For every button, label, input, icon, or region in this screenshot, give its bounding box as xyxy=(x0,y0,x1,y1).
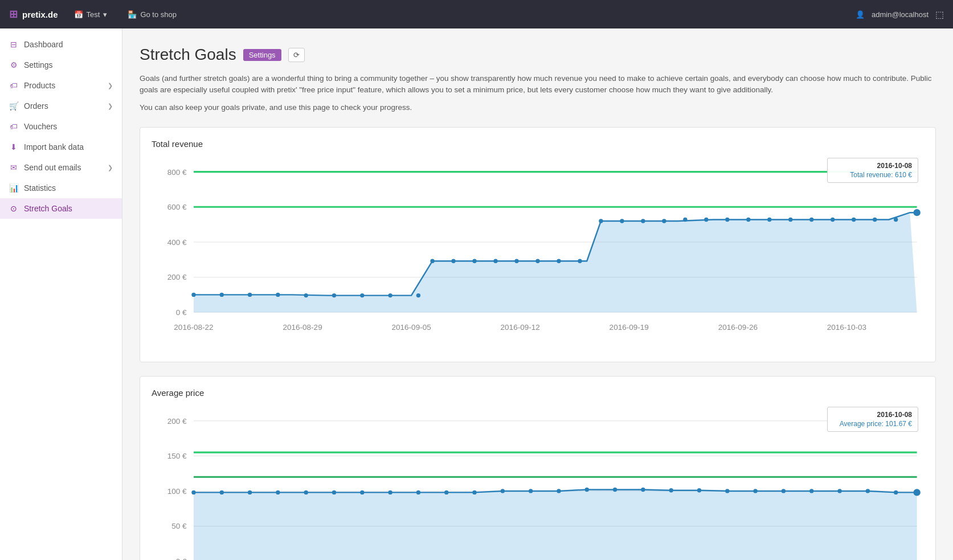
sidebar-item-label: Stretch Goals xyxy=(24,204,72,213)
sidebar-item-statistics[interactable]: 📊 Statistics xyxy=(0,178,122,198)
svg-point-38 xyxy=(767,218,771,222)
svg-point-92 xyxy=(913,489,920,496)
svg-text:2016-09-19: 2016-09-19 xyxy=(610,323,649,332)
chevron-right-icon: ❯ xyxy=(108,82,113,89)
svg-text:2016-10-03: 2016-10-03 xyxy=(827,323,866,332)
chevron-right-icon: ❯ xyxy=(108,164,113,171)
svg-point-70 xyxy=(304,490,308,494)
svg-text:2016-09-26: 2016-09-26 xyxy=(718,323,758,332)
svg-point-76 xyxy=(472,490,476,494)
svg-text:2016-09-12: 2016-09-12 xyxy=(501,323,540,332)
page-title: Stretch Goals xyxy=(140,46,236,64)
vouchers-icon: 🏷 xyxy=(9,122,18,131)
sidebar-item-stretch-goals[interactable]: ⊙ Stretch Goals xyxy=(0,198,122,219)
sidebar-item-settings[interactable]: ⚙ Settings xyxy=(0,55,122,75)
svg-point-83 xyxy=(669,488,673,492)
svg-point-22 xyxy=(430,259,434,263)
tooltip-date2: 2016-10-08 xyxy=(833,411,912,419)
svg-point-45 xyxy=(913,209,920,216)
svg-point-40 xyxy=(809,218,813,222)
svg-point-79 xyxy=(557,489,561,493)
svg-point-16 xyxy=(276,292,280,296)
svg-point-82 xyxy=(641,488,645,492)
svg-point-18 xyxy=(332,293,336,297)
settings-icon: ⚙ xyxy=(9,60,18,70)
calendar-icon: 📅 xyxy=(74,10,83,19)
navbar-brand: ⊞ pretix.de xyxy=(9,8,58,21)
svg-text:100 €: 100 € xyxy=(167,487,187,496)
svg-point-27 xyxy=(535,259,539,263)
svg-point-37 xyxy=(746,218,750,222)
svg-point-78 xyxy=(529,489,533,493)
page-header: Stretch Goals Settings ⟳ xyxy=(140,46,936,64)
description-1: Goals (and further stretch goals) are a … xyxy=(140,73,936,96)
svg-text:2016-09-05: 2016-09-05 xyxy=(391,323,431,332)
svg-point-21 xyxy=(416,293,420,297)
user-label: admin@localhost xyxy=(872,10,929,19)
logout-icon[interactable]: ⬚ xyxy=(935,9,944,20)
svg-point-42 xyxy=(852,218,856,222)
svg-point-39 xyxy=(788,218,792,222)
test-menu[interactable]: 📅 Test ▾ xyxy=(69,10,112,19)
sidebar-item-dashboard[interactable]: ⊟ Dashboard xyxy=(0,34,122,55)
svg-point-36 xyxy=(725,218,729,222)
svg-point-72 xyxy=(360,490,364,494)
svg-point-69 xyxy=(276,490,280,494)
svg-marker-65 xyxy=(194,489,917,560)
svg-point-24 xyxy=(472,259,476,263)
navbar: ⊞ pretix.de 📅 Test ▾ 🏪 Go to shop 👤 admi… xyxy=(0,0,953,28)
svg-point-90 xyxy=(866,489,870,493)
svg-text:50 €: 50 € xyxy=(171,522,187,530)
chart2-title: Average price xyxy=(152,388,924,398)
svg-point-71 xyxy=(332,490,336,494)
svg-text:800 €: 800 € xyxy=(167,167,187,176)
main-content: Stretch Goals Settings ⟳ Goals (and furt… xyxy=(122,28,953,560)
svg-point-73 xyxy=(388,490,392,494)
go-to-shop-button[interactable]: 🏪 Go to shop xyxy=(123,10,181,19)
navbar-right: 👤 admin@localhost ⬚ xyxy=(856,9,944,20)
chevron-down-icon: ▾ xyxy=(103,10,107,19)
shop-icon: 🏪 xyxy=(128,10,137,19)
svg-point-32 xyxy=(641,219,645,223)
chart-total-revenue: Total revenue 2016-10-08 Total revenue: … xyxy=(140,127,936,362)
chart1-title: Total revenue xyxy=(152,139,924,149)
chart2-tooltip: 2016-10-08 Average price: 101.67 € xyxy=(827,407,918,432)
svg-point-23 xyxy=(451,259,455,263)
sidebar-item-label: Statistics xyxy=(24,183,56,193)
svg-point-80 xyxy=(585,488,589,492)
svg-point-88 xyxy=(809,489,813,493)
svg-text:2016-08-22: 2016-08-22 xyxy=(174,323,213,332)
svg-point-81 xyxy=(613,488,617,492)
sidebar-item-products[interactable]: 🏷 Products ❯ xyxy=(0,75,122,96)
svg-point-77 xyxy=(501,489,505,493)
svg-point-91 xyxy=(894,490,898,494)
description-2: You can also keep your goals private, an… xyxy=(140,102,936,113)
svg-text:200 €: 200 € xyxy=(167,416,187,425)
tooltip-date: 2016-10-08 xyxy=(833,162,912,170)
tooltip-value: Total revenue: 610 € xyxy=(833,171,912,179)
sidebar-item-label: Send out emails xyxy=(24,163,81,172)
svg-text:150 €: 150 € xyxy=(167,452,187,460)
sidebar-item-import-bank[interactable]: ⬇ Import bank data xyxy=(0,137,122,157)
sidebar-item-vouchers[interactable]: 🏷 Vouchers xyxy=(0,116,122,137)
layout: ⊟ Dashboard ⚙ Settings 🏷 Products ❯ 🛒 Or… xyxy=(0,28,953,560)
refresh-button[interactable]: ⟳ xyxy=(288,48,305,62)
svg-text:0 €: 0 € xyxy=(176,557,187,560)
navbar-left: ⊞ pretix.de 📅 Test ▾ 🏪 Go to shop xyxy=(9,8,181,21)
sidebar: ⊟ Dashboard ⚙ Settings 🏷 Products ❯ 🛒 Or… xyxy=(0,28,122,560)
svg-point-35 xyxy=(704,218,708,222)
stretch-goals-icon: ⊙ xyxy=(9,204,18,213)
svg-text:400 €: 400 € xyxy=(167,238,187,247)
sidebar-item-orders[interactable]: 🛒 Orders ❯ xyxy=(0,96,122,116)
svg-point-68 xyxy=(248,490,252,494)
svg-point-86 xyxy=(753,489,757,493)
svg-point-19 xyxy=(360,293,364,297)
sidebar-item-send-emails[interactable]: ✉ Send out emails ❯ xyxy=(0,157,122,178)
svg-point-41 xyxy=(831,218,835,222)
svg-point-43 xyxy=(873,218,877,222)
svg-point-13 xyxy=(191,292,195,296)
svg-point-34 xyxy=(683,218,687,222)
chevron-right-icon: ❯ xyxy=(108,103,113,110)
settings-badge[interactable]: Settings xyxy=(243,49,281,61)
sidebar-item-label: Vouchers xyxy=(24,122,57,131)
